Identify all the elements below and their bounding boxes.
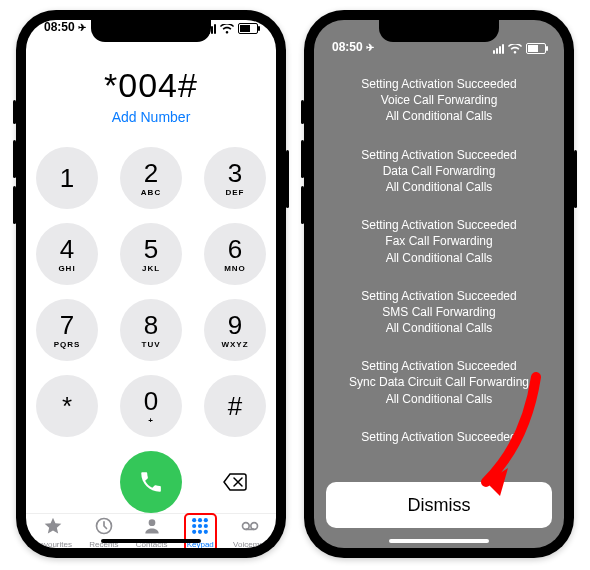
notch bbox=[379, 20, 499, 42]
keypad: 12ABC3DEF4GHI5JKL6MNO7PQRS8TUV9WXYZ*0+# bbox=[26, 125, 276, 437]
result-message: Setting Activation SucceededSMS Call For… bbox=[328, 288, 550, 337]
svg-point-3 bbox=[198, 518, 202, 522]
dial-display: *004# Add Number bbox=[26, 36, 276, 125]
add-number-button[interactable]: Add Number bbox=[26, 109, 276, 125]
result-message: Setting Activation SucceededVoice Call F… bbox=[328, 76, 550, 125]
key-9[interactable]: 9WXYZ bbox=[204, 299, 266, 361]
dialer-screen: 08:50 ✈ *004# Add Number 12ABC3DEF4GHI5J… bbox=[26, 20, 276, 548]
key-2[interactable]: 2ABC bbox=[120, 147, 182, 209]
svg-point-9 bbox=[198, 530, 202, 534]
tab-favourites[interactable]: Favourites bbox=[35, 516, 72, 548]
status-right bbox=[493, 43, 546, 54]
key-7[interactable]: 7PQRS bbox=[36, 299, 98, 361]
svg-point-7 bbox=[204, 524, 208, 528]
key-*[interactable]: * bbox=[36, 375, 98, 437]
status-time: 08:50 ✈ bbox=[332, 40, 374, 54]
svg-point-8 bbox=[192, 530, 196, 534]
svg-point-6 bbox=[198, 524, 202, 528]
contacts-icon bbox=[141, 516, 163, 538]
result-message: Setting Activation SucceededSync Data Ci… bbox=[328, 358, 550, 407]
svg-point-1 bbox=[148, 519, 155, 526]
call-button[interactable] bbox=[120, 451, 182, 513]
status-right bbox=[205, 23, 258, 34]
voicemail-icon bbox=[239, 516, 261, 538]
wifi-icon bbox=[508, 44, 522, 54]
svg-point-4 bbox=[204, 518, 208, 522]
key-5[interactable]: 5JKL bbox=[120, 223, 182, 285]
phone-left: 08:50 ✈ *004# Add Number 12ABC3DEF4GHI5J… bbox=[16, 10, 286, 558]
tab-recents[interactable]: Recents bbox=[89, 516, 118, 548]
status-time: 08:50 ✈ bbox=[44, 20, 86, 34]
phone-icon bbox=[138, 469, 164, 495]
key-#[interactable]: # bbox=[204, 375, 266, 437]
favourites-icon bbox=[42, 516, 64, 538]
result-message: Setting Activation SucceededFax Call For… bbox=[328, 217, 550, 266]
call-row bbox=[26, 437, 276, 513]
battery-icon bbox=[238, 23, 258, 34]
tab-contacts[interactable]: Contacts bbox=[136, 516, 168, 548]
result-screen: 08:50 ✈ Setting Activation SucceededVoic… bbox=[314, 20, 564, 548]
dismiss-wrap: Dismiss bbox=[314, 472, 564, 548]
delete-button[interactable] bbox=[204, 451, 266, 513]
svg-point-10 bbox=[204, 530, 208, 534]
wifi-icon bbox=[220, 24, 234, 34]
key-0[interactable]: 0+ bbox=[120, 375, 182, 437]
svg-point-5 bbox=[192, 524, 196, 528]
home-indicator bbox=[101, 539, 201, 543]
result-messages: Setting Activation SucceededVoice Call F… bbox=[314, 56, 564, 472]
home-indicator bbox=[389, 539, 489, 543]
keypad-icon bbox=[189, 516, 211, 538]
notch bbox=[91, 20, 211, 42]
key-4[interactable]: 4GHI bbox=[36, 223, 98, 285]
dismiss-button[interactable]: Dismiss bbox=[326, 482, 552, 528]
entered-number: *004# bbox=[26, 66, 276, 105]
tab-voicemail[interactable]: Voicemail bbox=[233, 516, 267, 548]
backspace-icon bbox=[222, 472, 248, 492]
key-1[interactable]: 1 bbox=[36, 147, 98, 209]
svg-point-11 bbox=[243, 523, 250, 530]
key-6[interactable]: 6MNO bbox=[204, 223, 266, 285]
result-message: Setting Activation SucceededData Call Fo… bbox=[328, 147, 550, 196]
key-3[interactable]: 3DEF bbox=[204, 147, 266, 209]
battery-icon bbox=[526, 43, 546, 54]
key-8[interactable]: 8TUV bbox=[120, 299, 182, 361]
signal-icon bbox=[493, 44, 504, 54]
svg-point-12 bbox=[251, 523, 258, 530]
phone-right: 08:50 ✈ Setting Activation SucceededVoic… bbox=[304, 10, 574, 558]
svg-point-2 bbox=[192, 518, 196, 522]
recents-icon bbox=[93, 516, 115, 538]
result-message: Setting Activation Succeeded bbox=[328, 429, 550, 445]
